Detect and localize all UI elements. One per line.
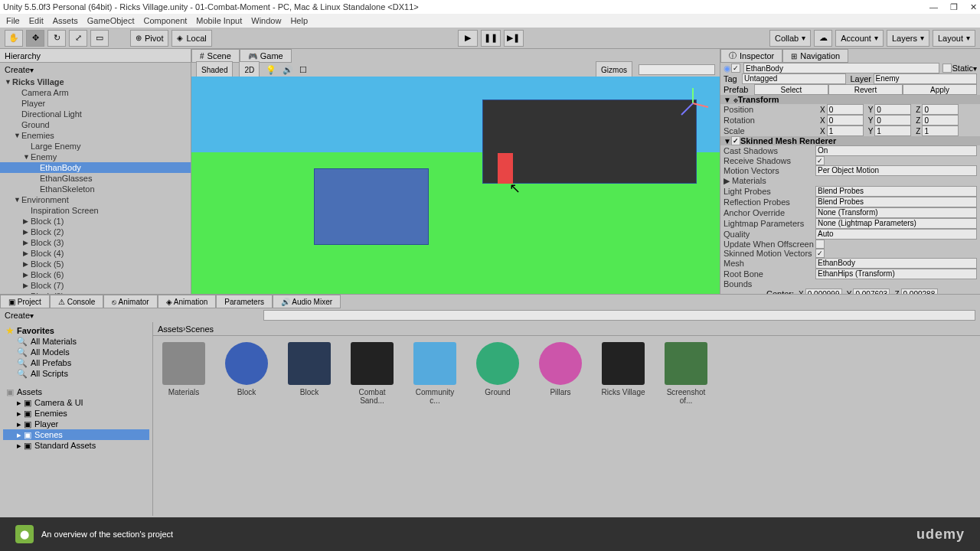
asset-item[interactable]: Pillars bbox=[536, 342, 585, 396]
pos-y[interactable] bbox=[874, 104, 911, 115]
menu-component[interactable]: Component bbox=[143, 16, 187, 25]
cast-shadows-dropdown[interactable]: On bbox=[815, 145, 977, 156]
move-tool-icon[interactable]: ✥ bbox=[26, 30, 44, 47]
rot-z[interactable] bbox=[922, 115, 959, 126]
project-tab-animation[interactable]: ◈ Animation bbox=[158, 295, 217, 308]
tree-item[interactable]: ▶Block (7) bbox=[0, 280, 191, 291]
breadcrumb-assets[interactable]: Assets bbox=[158, 324, 183, 334]
project-tab-console[interactable]: ⚠ Console bbox=[50, 295, 103, 308]
maximize-icon[interactable]: ❐ bbox=[950, 2, 958, 12]
scale-tool-icon[interactable]: ⤢ bbox=[69, 30, 87, 47]
object-name-field[interactable] bbox=[743, 63, 939, 73]
pivot-toggle[interactable]: ⊕ Pivot bbox=[130, 30, 168, 47]
tree-item[interactable]: ▶Block (2) bbox=[0, 227, 191, 237]
menu-gameobject[interactable]: GameObject bbox=[87, 16, 135, 25]
prefab-revert[interactable]: Revert bbox=[828, 84, 903, 95]
fav-item[interactable]: 🔍 All Prefabs bbox=[3, 357, 149, 368]
fav-item[interactable]: 🔍 All Materials bbox=[3, 336, 149, 347]
tree-item[interactable]: ▼Enemy bbox=[0, 152, 191, 162]
gizmo-axis-icon[interactable] bbox=[674, 84, 712, 122]
project-tab-parameters[interactable]: Parameters bbox=[216, 295, 273, 308]
asset-item[interactable]: Ground bbox=[473, 342, 522, 396]
minimize-icon[interactable]: — bbox=[929, 2, 938, 12]
project-create[interactable]: Create bbox=[5, 311, 30, 320]
tree-item[interactable]: ▶Block (1) bbox=[0, 216, 191, 227]
favorites-label[interactable]: Favorites bbox=[17, 326, 54, 335]
tree-item[interactable]: EthanBody bbox=[0, 162, 191, 173]
menu-file[interactable]: File bbox=[6, 16, 20, 25]
tree-item[interactable]: Directional Light bbox=[0, 109, 191, 119]
breadcrumb-scenes[interactable]: Scenes bbox=[185, 324, 214, 334]
tree-item[interactable]: Large Enemy bbox=[0, 141, 191, 152]
tree-item[interactable]: EthanGlasses bbox=[0, 173, 191, 184]
menu-mobileinput[interactable]: Mobile Input bbox=[196, 16, 242, 25]
tab-inspector[interactable]: ⓘ Inspector bbox=[720, 49, 782, 63]
pause-button[interactable]: ❚❚ bbox=[481, 30, 501, 47]
local-toggle[interactable]: ◈ Local bbox=[172, 30, 211, 47]
menu-help[interactable]: Help bbox=[290, 16, 308, 25]
scl-y[interactable] bbox=[874, 126, 911, 136]
tree-item[interactable]: ▶Block (3) bbox=[0, 237, 191, 248]
menu-edit[interactable]: Edit bbox=[29, 16, 44, 25]
hierarchy-tab[interactable]: Hierarchy bbox=[5, 51, 41, 60]
rot-x[interactable] bbox=[827, 115, 864, 126]
account-dropdown[interactable]: Account ▾ bbox=[835, 30, 884, 47]
folder-item[interactable]: ▸ ▣ Standard Assets bbox=[3, 440, 149, 451]
scene-viewport[interactable]: ↖ bbox=[191, 77, 720, 294]
menu-window[interactable]: Window bbox=[251, 16, 281, 25]
asset-item[interactable]: Ricks Village bbox=[599, 342, 648, 396]
root-bone-field[interactable]: EthanHips (Transform) bbox=[815, 269, 977, 279]
asset-item[interactable]: Community c... bbox=[410, 342, 459, 405]
folder-item[interactable]: ▸ ▣ Player bbox=[3, 419, 149, 429]
play-button[interactable]: ▶ bbox=[458, 30, 478, 47]
breadcrumb[interactable]: Assets › Scenes bbox=[153, 322, 980, 336]
prefab-select[interactable]: Select bbox=[754, 84, 828, 95]
tree-item[interactable]: Player bbox=[0, 98, 191, 109]
tree-item[interactable]: ▶Block (5) bbox=[0, 259, 191, 269]
2d-toggle[interactable]: 2D bbox=[239, 61, 260, 78]
project-tab-project[interactable]: ▣ Project bbox=[0, 295, 50, 308]
tag-dropdown[interactable]: Untagged bbox=[742, 73, 846, 84]
tree-item[interactable]: ▼Enemies bbox=[0, 130, 191, 141]
prefab-apply[interactable]: Apply bbox=[903, 84, 977, 95]
folder-item[interactable]: ▸ ▣ Camera & UI bbox=[3, 397, 149, 408]
tree-item[interactable]: Ground bbox=[0, 119, 191, 130]
asset-item[interactable]: Block bbox=[222, 342, 271, 396]
tab-navigation[interactable]: ⊞ Navigation bbox=[782, 49, 848, 63]
update-offscreen-checkbox[interactable] bbox=[815, 240, 825, 249]
scene-search[interactable] bbox=[639, 64, 715, 75]
close-icon[interactable]: ✕ bbox=[970, 2, 977, 12]
rotate-tool-icon[interactable]: ↻ bbox=[47, 30, 66, 47]
light-probes-dropdown[interactable]: Blend Probes bbox=[815, 186, 977, 197]
scene-root[interactable]: Ricks Village bbox=[12, 77, 64, 86]
project-tab-animator[interactable]: ⎋ Animator bbox=[103, 295, 157, 308]
project-tab-audio-mixer[interactable]: 🔊 Audio Mixer bbox=[273, 295, 341, 308]
tree-item[interactable]: EthanSkeleton bbox=[0, 184, 191, 194]
mesh-field[interactable]: EthanBody bbox=[815, 258, 977, 269]
reflection-probes-dropdown[interactable]: Blend Probes bbox=[815, 197, 977, 207]
asset-item[interactable]: Materials bbox=[159, 342, 208, 396]
menu-assets[interactable]: Assets bbox=[53, 16, 78, 25]
assets-root[interactable]: Assets bbox=[17, 387, 42, 396]
layout-dropdown[interactable]: Layout ▾ bbox=[933, 30, 975, 47]
audio-icon[interactable]: 🔊 bbox=[283, 65, 293, 75]
transform-header[interactable]: ▼ ⟐ Transform bbox=[720, 95, 980, 104]
quality-dropdown[interactable]: Auto bbox=[815, 229, 977, 240]
step-button[interactable]: ▶❚ bbox=[504, 30, 524, 47]
folder-item[interactable]: ▸ ▣ Scenes bbox=[3, 429, 149, 440]
fav-item[interactable]: 🔍 All Models bbox=[3, 347, 149, 357]
rect-tool-icon[interactable]: ▭ bbox=[90, 30, 109, 47]
anchor-override-field[interactable]: None (Transform) bbox=[815, 207, 977, 218]
fav-item[interactable]: 🔍 All Scripts bbox=[3, 368, 149, 379]
cloud-icon[interactable]: ☁ bbox=[814, 30, 832, 47]
shaded-dropdown[interactable]: Shaded bbox=[196, 61, 233, 78]
static-checkbox[interactable] bbox=[942, 64, 952, 73]
hierarchy-create[interactable]: Create bbox=[5, 65, 30, 74]
hierarchy-tree[interactable]: ▼Ricks Village Camera ArmPlayerDirection… bbox=[0, 77, 191, 294]
tree-item[interactable]: ▶Block (4) bbox=[0, 248, 191, 259]
motion-vectors-dropdown[interactable]: Per Object Motion bbox=[815, 165, 977, 176]
layer-dropdown[interactable]: Enemy bbox=[874, 73, 978, 84]
asset-item[interactable]: Screenshot of... bbox=[662, 342, 710, 405]
gizmos-dropdown[interactable]: Gizmos bbox=[596, 61, 632, 78]
lightmap-params-field[interactable]: None (Lightmap Parameters) bbox=[815, 218, 977, 229]
